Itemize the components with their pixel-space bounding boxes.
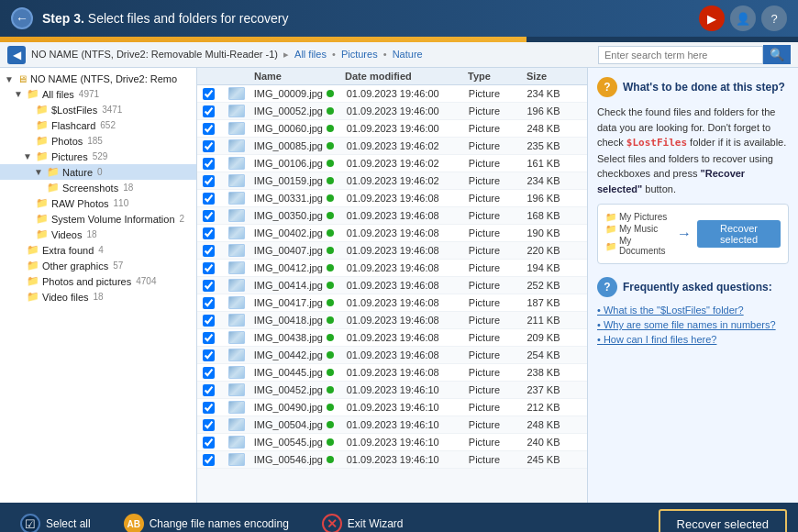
exit-wizard-button[interactable]: ✕ Exit Wizard bbox=[313, 508, 413, 532]
file-checkbox[interactable] bbox=[203, 210, 215, 222]
breadcrumb-allfiles[interactable]: All files bbox=[294, 49, 327, 60]
file-checkbox[interactable] bbox=[203, 140, 215, 152]
file-checkbox[interactable] bbox=[203, 332, 215, 344]
faq-item[interactable]: Why are some file names in numbers? bbox=[597, 317, 789, 332]
tree-item-count: 18 bbox=[123, 183, 133, 193]
row-checkbox-cell bbox=[203, 88, 225, 100]
table-row: IMG_00452.jpg 01.09.2023 19:46:10 Pictur… bbox=[197, 382, 587, 399]
tree-item-label: Nature bbox=[62, 167, 93, 178]
file-checkbox[interactable] bbox=[203, 280, 215, 292]
file-checkbox[interactable] bbox=[203, 437, 215, 449]
file-size: 248 KB bbox=[526, 419, 582, 430]
file-name: IMG_00452.jpg bbox=[254, 384, 323, 395]
change-encoding-button[interactable]: AB Change file names encoding bbox=[115, 508, 298, 532]
row-checkbox-cell bbox=[203, 227, 225, 239]
row-checkbox-cell bbox=[203, 193, 225, 205]
file-checkbox[interactable] bbox=[203, 158, 215, 170]
tree-item[interactable]: ▼ 🖥 NO NAME (NTFS, Drive2: Remo bbox=[0, 72, 196, 86]
breadcrumb-pictures[interactable]: Pictures bbox=[341, 49, 378, 60]
thumbnail-image bbox=[228, 331, 245, 344]
file-checkbox[interactable] bbox=[203, 349, 215, 361]
tree-item[interactable]: 📁 Photos and pictures 4704 bbox=[0, 273, 196, 289]
select-all-button[interactable]: ☑ Select all bbox=[11, 508, 100, 532]
recover-selected-button[interactable]: Recover selected bbox=[659, 509, 787, 533]
tree-item[interactable]: 📁 Flashcard 652 bbox=[0, 117, 196, 133]
file-date: 01.09.2023 19:46:08 bbox=[347, 193, 465, 204]
faq-item[interactable]: How can I find files here? bbox=[597, 332, 789, 347]
status-dot bbox=[327, 334, 334, 341]
file-checkbox[interactable] bbox=[203, 245, 215, 257]
file-checkbox[interactable] bbox=[203, 454, 215, 466]
thumbnail-image bbox=[228, 296, 245, 309]
status-dot bbox=[327, 369, 334, 376]
file-checkbox[interactable] bbox=[203, 262, 215, 274]
tree-item[interactable]: 📁 Videos 18 bbox=[0, 227, 196, 242]
file-name: IMG_00412.jpg bbox=[254, 262, 323, 273]
tree-item-count: 529 bbox=[93, 151, 108, 161]
demo-folder-label: My Documents bbox=[619, 236, 671, 256]
file-checkbox[interactable] bbox=[203, 227, 215, 239]
folder-icon: 📁 bbox=[27, 244, 39, 256]
row-checkbox-cell bbox=[203, 454, 225, 466]
status-dot bbox=[327, 142, 334, 150]
help-button[interactable]: ? bbox=[761, 6, 787, 31]
tree-item[interactable]: ▼ 📁 Nature 0 bbox=[0, 164, 196, 180]
search-input[interactable] bbox=[598, 46, 763, 64]
file-checkbox[interactable] bbox=[203, 88, 215, 100]
file-size: 209 KB bbox=[526, 332, 582, 343]
row-checkbox-cell bbox=[203, 297, 225, 309]
file-size: 237 KB bbox=[526, 384, 582, 395]
row-thumbnail bbox=[228, 122, 250, 135]
file-date: 01.09.2023 19:46:02 bbox=[347, 140, 465, 151]
breadcrumb-nature[interactable]: Nature bbox=[393, 49, 423, 60]
row-thumbnail bbox=[228, 296, 250, 309]
tree-item[interactable]: 📁 Video files 18 bbox=[0, 289, 196, 305]
thumbnail-image bbox=[228, 87, 245, 100]
file-checkbox[interactable] bbox=[203, 315, 215, 327]
file-status bbox=[327, 456, 343, 463]
thumbnail-image bbox=[228, 122, 245, 135]
file-checkbox[interactable] bbox=[203, 175, 215, 187]
file-checkbox[interactable] bbox=[203, 402, 215, 414]
demo-recover-button[interactable]: Recover selected bbox=[697, 220, 781, 248]
tree-item[interactable]: 📁 Screenshots 18 bbox=[0, 180, 196, 195]
table-row: IMG_00052.jpg 01.09.2023 19:46:00 Pictur… bbox=[197, 103, 587, 120]
youtube-button[interactable]: ▶ bbox=[699, 6, 725, 31]
file-checkbox[interactable] bbox=[203, 105, 215, 117]
breadcrumb-nav-button[interactable]: ◀ bbox=[7, 46, 26, 64]
tree-item[interactable]: 📁 Photos 185 bbox=[0, 133, 196, 149]
file-name: IMG_00490.jpg bbox=[254, 402, 323, 413]
row-checkbox-cell bbox=[203, 367, 225, 379]
thumbnail-image bbox=[228, 227, 245, 239]
file-status bbox=[327, 334, 343, 341]
tree-item[interactable]: ▼ 📁 Pictures 529 bbox=[0, 149, 196, 164]
help-title: What's to be done at this step? bbox=[623, 81, 785, 94]
file-checkbox[interactable] bbox=[203, 123, 215, 135]
file-checkbox[interactable] bbox=[203, 367, 215, 379]
table-row: IMG_00331.jpg 01.09.2023 19:46:08 Pictur… bbox=[197, 190, 587, 207]
back-button[interactable]: ← bbox=[11, 7, 33, 29]
file-status bbox=[327, 369, 343, 376]
tree-item[interactable]: 📁 System Volume Information 2 bbox=[0, 211, 196, 227]
row-thumbnail bbox=[228, 453, 250, 466]
tree-item[interactable]: 📁 $LostFiles 3471 bbox=[0, 102, 196, 117]
file-checkbox[interactable] bbox=[203, 384, 215, 396]
demo-arrow: → bbox=[677, 226, 692, 242]
file-checkbox[interactable] bbox=[203, 419, 215, 431]
table-row: IMG_00407.jpg 01.09.2023 19:46:08 Pictur… bbox=[197, 242, 587, 260]
tree-item[interactable]: 📁 RAW Photos 110 bbox=[0, 195, 196, 211]
row-thumbnail bbox=[228, 157, 250, 170]
file-size: 245 KB bbox=[526, 454, 582, 465]
file-size: 248 KB bbox=[526, 123, 582, 134]
file-checkbox[interactable] bbox=[203, 193, 215, 205]
user-button[interactable]: 👤 bbox=[730, 6, 756, 31]
file-checkbox[interactable] bbox=[203, 297, 215, 309]
tree-item[interactable]: ▼ 📁 All files 4971 bbox=[0, 86, 196, 102]
folder-icon: 📁 bbox=[27, 260, 39, 272]
row-checkbox-cell bbox=[203, 210, 225, 222]
search-button[interactable]: 🔍 bbox=[763, 45, 791, 64]
tree-item[interactable]: 📁 Extra found 4 bbox=[0, 242, 196, 258]
faq-item[interactable]: What is the "$LostFiles" folder? bbox=[597, 303, 789, 317]
tree-item[interactable]: 📁 Other graphics 57 bbox=[0, 258, 196, 273]
file-status bbox=[327, 316, 343, 324]
